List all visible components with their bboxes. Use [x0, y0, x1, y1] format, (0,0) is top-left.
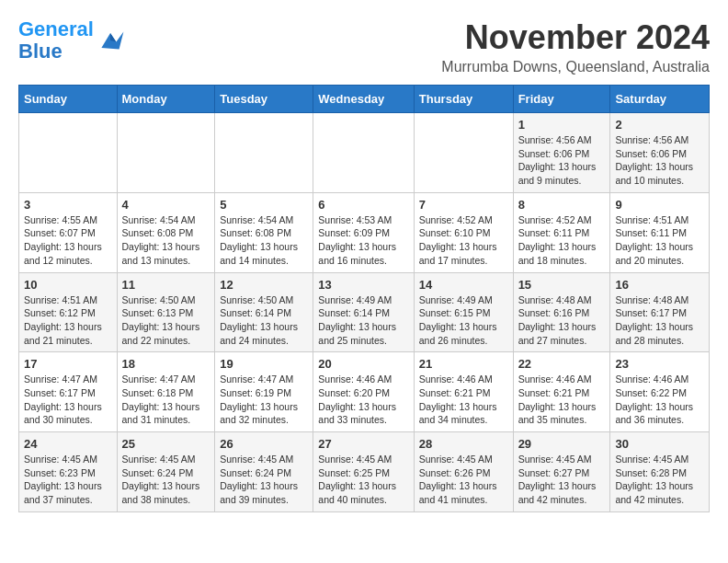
calendar: SundayMondayTuesdayWednesdayThursdayFrid… [18, 85, 710, 512]
day-number: 22 [518, 357, 606, 371]
day-number: 3 [24, 198, 112, 212]
day-info: Sunrise: 4:45 AMSunset: 6:26 PMDaylight:… [419, 453, 508, 507]
calendar-week-row: 24Sunrise: 4:45 AMSunset: 6:23 PMDayligh… [19, 432, 710, 512]
header: General Blue November 2024 Murrumba Down… [18, 18, 710, 75]
calendar-cell: 3Sunrise: 4:55 AMSunset: 6:07 PMDaylight… [19, 192, 118, 272]
day-info: Sunrise: 4:56 AMSunset: 6:06 PMDaylight:… [518, 133, 606, 188]
calendar-cell: 14Sunrise: 4:49 AMSunset: 6:15 PMDayligh… [414, 272, 513, 352]
day-info: Sunrise: 4:51 AMSunset: 6:12 PMDaylight:… [24, 293, 112, 348]
calendar-cell: 8Sunrise: 4:52 AMSunset: 6:11 PMDaylight… [513, 192, 610, 272]
calendar-header-cell: Thursday [414, 86, 513, 113]
calendar-cell: 24Sunrise: 4:45 AMSunset: 6:23 PMDayligh… [19, 432, 118, 512]
calendar-header-cell: Wednesday [313, 86, 414, 113]
sub-title: Murrumba Downs, Queensland, Australia [441, 59, 710, 75]
calendar-cell: 10Sunrise: 4:51 AMSunset: 6:12 PMDayligh… [19, 272, 118, 352]
day-number: 23 [615, 357, 704, 371]
calendar-body: 1Sunrise: 4:56 AMSunset: 6:06 PMDaylight… [19, 113, 710, 512]
day-number: 18 [122, 357, 210, 371]
calendar-cell: 18Sunrise: 4:47 AMSunset: 6:18 PMDayligh… [117, 352, 215, 432]
day-info: Sunrise: 4:53 AMSunset: 6:09 PMDaylight:… [318, 213, 408, 268]
calendar-cell: 15Sunrise: 4:48 AMSunset: 6:16 PMDayligh… [513, 272, 610, 352]
day-number: 11 [122, 278, 210, 292]
calendar-cell: 5Sunrise: 4:54 AMSunset: 6:08 PMDaylight… [215, 192, 313, 272]
day-number: 20 [318, 357, 408, 371]
day-number: 10 [24, 278, 112, 292]
calendar-week-row: 10Sunrise: 4:51 AMSunset: 6:12 PMDayligh… [19, 272, 710, 352]
calendar-header-cell: Monday [117, 86, 215, 113]
calendar-cell: 17Sunrise: 4:47 AMSunset: 6:17 PMDayligh… [19, 352, 118, 432]
calendar-header-row: SundayMondayTuesdayWednesdayThursdayFrid… [19, 86, 710, 113]
calendar-week-row: 1Sunrise: 4:56 AMSunset: 6:06 PMDaylight… [19, 113, 710, 193]
calendar-week-row: 17Sunrise: 4:47 AMSunset: 6:17 PMDayligh… [19, 352, 710, 432]
day-info: Sunrise: 4:46 AMSunset: 6:22 PMDaylight:… [615, 373, 704, 427]
day-info: Sunrise: 4:52 AMSunset: 6:10 PMDaylight:… [419, 213, 508, 268]
day-number: 15 [518, 278, 606, 292]
day-info: Sunrise: 4:46 AMSunset: 6:20 PMDaylight:… [318, 373, 408, 427]
day-info: Sunrise: 4:54 AMSunset: 6:08 PMDaylight:… [122, 213, 210, 268]
day-number: 28 [419, 437, 508, 451]
day-number: 24 [24, 437, 112, 451]
day-info: Sunrise: 4:46 AMSunset: 6:21 PMDaylight:… [518, 373, 606, 427]
calendar-cell: 27Sunrise: 4:45 AMSunset: 6:25 PMDayligh… [313, 432, 414, 512]
day-number: 5 [220, 198, 308, 212]
svg-marker-1 [110, 33, 116, 42]
calendar-cell: 20Sunrise: 4:46 AMSunset: 6:20 PMDayligh… [313, 352, 414, 432]
calendar-cell: 23Sunrise: 4:46 AMSunset: 6:22 PMDayligh… [610, 352, 710, 432]
calendar-cell: 26Sunrise: 4:45 AMSunset: 6:24 PMDayligh… [215, 432, 313, 512]
day-number: 12 [220, 278, 308, 292]
day-info: Sunrise: 4:56 AMSunset: 6:06 PMDaylight:… [615, 133, 704, 188]
logo-line2: Blue [18, 40, 63, 63]
calendar-header: SundayMondayTuesdayWednesdayThursdayFrid… [19, 86, 710, 113]
day-info: Sunrise: 4:50 AMSunset: 6:13 PMDaylight:… [122, 293, 210, 348]
day-number: 29 [518, 437, 606, 451]
calendar-cell: 2Sunrise: 4:56 AMSunset: 6:06 PMDaylight… [610, 113, 710, 193]
calendar-cell: 21Sunrise: 4:46 AMSunset: 6:21 PMDayligh… [414, 352, 513, 432]
day-info: Sunrise: 4:45 AMSunset: 6:27 PMDaylight:… [518, 453, 606, 507]
bird-icon [96, 26, 125, 55]
day-info: Sunrise: 4:49 AMSunset: 6:15 PMDaylight:… [419, 293, 508, 348]
day-number: 7 [419, 198, 508, 212]
day-number: 30 [615, 437, 704, 451]
day-number: 8 [518, 198, 606, 212]
day-info: Sunrise: 4:49 AMSunset: 6:14 PMDaylight:… [318, 293, 408, 348]
title-area: November 2024 Murrumba Downs, Queensland… [441, 18, 710, 75]
logo: General Blue [18, 18, 125, 63]
day-info: Sunrise: 4:47 AMSunset: 6:17 PMDaylight:… [24, 373, 112, 427]
calendar-cell: 9Sunrise: 4:51 AMSunset: 6:11 PMDaylight… [610, 192, 710, 272]
day-number: 4 [122, 198, 210, 212]
calendar-cell: 22Sunrise: 4:46 AMSunset: 6:21 PMDayligh… [513, 352, 610, 432]
logo-line1: General [18, 17, 94, 40]
day-info: Sunrise: 4:45 AMSunset: 6:28 PMDaylight:… [615, 453, 704, 507]
logo-text: General Blue [18, 18, 94, 63]
calendar-cell: 16Sunrise: 4:48 AMSunset: 6:17 PMDayligh… [610, 272, 710, 352]
calendar-cell [414, 113, 513, 193]
day-info: Sunrise: 4:51 AMSunset: 6:11 PMDaylight:… [615, 213, 704, 268]
day-info: Sunrise: 4:48 AMSunset: 6:16 PMDaylight:… [518, 293, 606, 348]
day-number: 19 [220, 357, 308, 371]
day-number: 26 [220, 437, 308, 451]
day-info: Sunrise: 4:55 AMSunset: 6:07 PMDaylight:… [24, 213, 112, 268]
calendar-cell: 29Sunrise: 4:45 AMSunset: 6:27 PMDayligh… [513, 432, 610, 512]
calendar-header-cell: Tuesday [215, 86, 313, 113]
calendar-cell: 28Sunrise: 4:45 AMSunset: 6:26 PMDayligh… [414, 432, 513, 512]
main-title: November 2024 [441, 18, 710, 57]
day-info: Sunrise: 4:48 AMSunset: 6:17 PMDaylight:… [615, 293, 704, 348]
calendar-header-cell: Sunday [19, 86, 118, 113]
calendar-header-cell: Friday [513, 86, 610, 113]
calendar-cell: 4Sunrise: 4:54 AMSunset: 6:08 PMDaylight… [117, 192, 215, 272]
calendar-cell [313, 113, 414, 193]
calendar-cell [215, 113, 313, 193]
calendar-cell: 12Sunrise: 4:50 AMSunset: 6:14 PMDayligh… [215, 272, 313, 352]
calendar-cell: 19Sunrise: 4:47 AMSunset: 6:19 PMDayligh… [215, 352, 313, 432]
day-info: Sunrise: 4:46 AMSunset: 6:21 PMDaylight:… [419, 373, 508, 427]
day-info: Sunrise: 4:45 AMSunset: 6:24 PMDaylight:… [220, 453, 308, 507]
day-number: 13 [318, 278, 408, 292]
calendar-cell: 1Sunrise: 4:56 AMSunset: 6:06 PMDaylight… [513, 113, 610, 193]
day-info: Sunrise: 4:45 AMSunset: 6:25 PMDaylight:… [318, 453, 408, 507]
day-number: 14 [419, 278, 508, 292]
day-info: Sunrise: 4:54 AMSunset: 6:08 PMDaylight:… [220, 213, 308, 268]
calendar-header-cell: Saturday [610, 86, 710, 113]
day-number: 1 [518, 118, 606, 132]
day-number: 16 [615, 278, 704, 292]
calendar-cell: 6Sunrise: 4:53 AMSunset: 6:09 PMDaylight… [313, 192, 414, 272]
